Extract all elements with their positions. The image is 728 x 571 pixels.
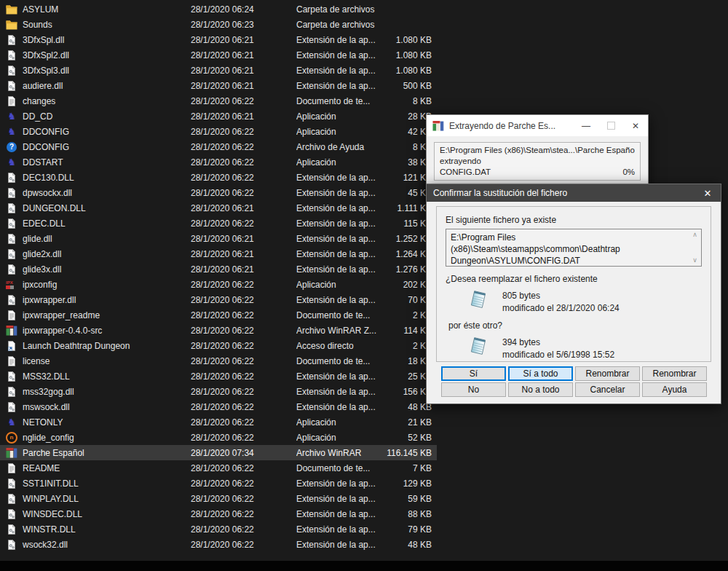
file-type: Extensión de la ap... <box>296 494 381 504</box>
file-size: 8 KB <box>381 142 432 152</box>
file-size: 202 KB <box>381 280 432 290</box>
file-name-cell: DUNGEON.DLL <box>0 202 191 214</box>
file-row[interactable]: mswsock.dll28/1/2020 06:22Extensión de l… <box>0 399 437 414</box>
file-row[interactable]: Parche Español28/1/2020 07:34Archivo Win… <box>0 445 437 460</box>
file-row[interactable]: 3DfxSpl3.dll28/1/2020 06:21Extensión de … <box>0 63 437 78</box>
file-row[interactable]: ♞DDSTART28/1/2020 06:22Aplicación38 KB <box>0 154 437 170</box>
file-size: 121 KB <box>381 173 432 183</box>
file-type: Extensión de la ap... <box>296 188 381 198</box>
file-row[interactable]: mss32gog.dll28/1/2020 06:22Extensión de … <box>0 384 437 399</box>
file-name: DDCONFIG <box>23 142 69 152</box>
file-name: DDCONFIG <box>23 127 69 137</box>
cancel-button[interactable]: Cancelar <box>575 382 640 397</box>
file-row[interactable]: license28/1/2020 06:22Documento de te...… <box>0 353 437 369</box>
shortcut-file-icon <box>6 340 17 352</box>
file-row[interactable]: SST1INIT.DLL28/1/2020 06:22Extensión de … <box>0 476 437 491</box>
file-size: 156 KB <box>381 387 432 397</box>
file-row[interactable]: glide2x.dll28/1/2020 06:21Extensión de l… <box>0 246 437 261</box>
file-row[interactable]: Sounds28/1/2020 06:23Carpeta de archivos <box>0 17 437 32</box>
file-row[interactable]: dpwsockx.dll28/1/2020 06:22Extensión de … <box>0 185 437 200</box>
file-name-cell: EDEC.DLL <box>0 218 191 229</box>
close-icon[interactable]: ✕ <box>695 184 721 202</box>
file-exists-label: El siguiente fichero ya existe <box>446 215 702 225</box>
file-row[interactable]: glide.dll28/1/2020 06:21Extensión de la … <box>0 231 437 246</box>
file-row[interactable]: EDEC.DLL28/1/2020 06:22Extensión de la a… <box>0 216 437 231</box>
file-row[interactable]: IPXipxconfig28/1/2020 06:22Aplicación202… <box>0 277 437 292</box>
file-row[interactable]: nnglide_config28/1/2020 06:22Aplicación5… <box>0 430 437 445</box>
new-file-size: 394 bytes <box>502 336 614 349</box>
file-row[interactable]: WINSDEC.DLL28/1/2020 06:22Extensión de l… <box>0 506 437 521</box>
file-type: Archivo WinRAR Z... <box>296 326 381 336</box>
winrar-titlebar[interactable]: Extrayendo de Parche Es... — ✕ <box>427 115 648 136</box>
file-row[interactable]: ipxwrapper_readme28/1/2020 06:22Document… <box>0 307 437 323</box>
file-name-cell: audiere.dll <box>0 80 191 92</box>
file-row[interactable]: ♞DD_CD28/1/2020 06:21Aplicación28 KB <box>0 109 437 124</box>
file-type: Extensión de la ap... <box>296 387 381 397</box>
extraction-percent: 0% <box>622 167 635 178</box>
file-row[interactable]: glide3x.dll28/1/2020 06:21Extensión de l… <box>0 261 437 277</box>
confirm-dialog-title: Confirmar la sustitución del fichero <box>433 188 695 198</box>
path-scrollbar[interactable]: ∧ ∨ <box>689 229 701 266</box>
file-date: 28/1/2020 06:23 <box>191 20 296 30</box>
file-type: Extensión de la ap... <box>296 66 381 76</box>
scroll-down-icon[interactable]: ∨ <box>692 257 697 264</box>
file-row[interactable]: 3DfxSpl.dll28/1/2020 06:21Extensión de l… <box>0 32 437 47</box>
yes-button[interactable]: Sí <box>441 366 506 381</box>
rename-button[interactable]: Renombrar <box>575 366 640 381</box>
file-type: Extensión de la ap... <box>296 479 381 489</box>
file-name-cell: MSS32.DLL <box>0 371 191 382</box>
file-row[interactable]: ♞NETONLY28/1/2020 06:22Aplicación21 KB <box>0 414 437 430</box>
file-name: NETONLY <box>23 417 63 428</box>
file-row[interactable]: MSS32.DLL28/1/2020 06:22Extensión de la … <box>0 369 437 384</box>
file-name-cell: Parche Español <box>0 447 191 459</box>
file-row[interactable]: Launch Deathtrap Dungeon28/1/2020 06:22A… <box>0 338 437 353</box>
yes-to-all-button[interactable]: Sí a todo <box>508 366 573 381</box>
app-file-icon: ♞ <box>6 126 17 138</box>
file-row[interactable]: ?DDCONFIG28/1/2020 06:22Archivo de Ayuda… <box>0 139 437 154</box>
existing-path-box[interactable]: E:\Program Files (x86)\Steam\steamapps\c… <box>446 229 702 267</box>
file-row[interactable]: ♞DDCONFIG28/1/2020 06:22Aplicación42 KB <box>0 124 437 139</box>
file-name: ipxconfig <box>23 280 57 290</box>
file-date: 28/1/2020 06:21 <box>191 203 296 213</box>
file-row[interactable]: README28/1/2020 06:22Documento de te...7… <box>0 460 437 476</box>
scroll-up-icon[interactable]: ∧ <box>692 232 697 238</box>
file-row[interactable]: wsock32.dll28/1/2020 06:22Extensión de l… <box>0 537 437 552</box>
file-name: glide2x.dll <box>23 249 61 259</box>
file-size: 48 KB <box>381 540 432 550</box>
no-to-all-button[interactable]: No a todo <box>508 382 573 397</box>
file-type: Aplicación <box>296 157 381 168</box>
file-name: EDEC.DLL <box>23 218 66 229</box>
file-name-cell: license <box>0 355 191 367</box>
file-name-cell: Sounds <box>0 19 191 31</box>
file-row[interactable]: WINSTR.DLL28/1/2020 06:22Extensión de la… <box>0 521 437 537</box>
file-type: Extensión de la ap... <box>296 81 381 91</box>
file-type: Aplicación <box>296 433 381 443</box>
confirm-titlebar[interactable]: Confirmar la sustitución del fichero ✕ <box>427 184 721 202</box>
rename-all-button[interactable]: Renombrar todos <box>642 366 707 381</box>
help-button[interactable]: Ayuda <box>642 382 707 397</box>
file-date: 28/1/2020 06:22 <box>191 310 296 320</box>
file-row[interactable]: WINPLAY.DLL28/1/2020 06:22Extensión de l… <box>0 491 437 506</box>
no-button[interactable]: No <box>441 382 506 397</box>
file-name: DEC130.DLL <box>23 173 74 183</box>
file-row[interactable]: DEC130.DLL28/1/2020 06:22Extensión de la… <box>0 170 437 185</box>
close-icon[interactable]: ✕ <box>623 115 648 136</box>
file-size: 115 KB <box>381 218 432 229</box>
file-row[interactable]: audiere.dll28/1/2020 06:21Extensión de l… <box>0 78 437 93</box>
file-row[interactable]: 3DfxSpl2.dll28/1/2020 06:21Extensión de … <box>0 47 437 63</box>
minimize-icon[interactable]: — <box>574 115 598 136</box>
file-name: wsock32.dll <box>23 540 68 550</box>
file-row[interactable]: ipxwrapper.dll28/1/2020 06:22Extensión d… <box>0 292 437 307</box>
file-row[interactable]: ASYLUM28/1/2020 06:24Carpeta de archivos <box>0 1 437 17</box>
file-type: Extensión de la ap... <box>296 524 381 535</box>
file-type: Archivo de Ayuda <box>296 142 381 152</box>
file-size: 7 KB <box>381 463 432 473</box>
file-row[interactable]: DUNGEON.DLL28/1/2020 06:21Extensión de l… <box>0 200 437 216</box>
file-type: Aplicación <box>296 280 381 290</box>
winrar-file-icon <box>6 325 17 336</box>
file-row[interactable]: ipxwrapper-0.4.0-src28/1/2020 06:22Archi… <box>0 323 437 338</box>
file-row[interactable]: changes28/1/2020 06:22Documento de te...… <box>0 93 437 109</box>
file-name-cell: WINSDEC.DLL <box>0 508 191 520</box>
dll-file-icon <box>6 539 17 551</box>
file-type: Acceso directo <box>296 341 381 351</box>
